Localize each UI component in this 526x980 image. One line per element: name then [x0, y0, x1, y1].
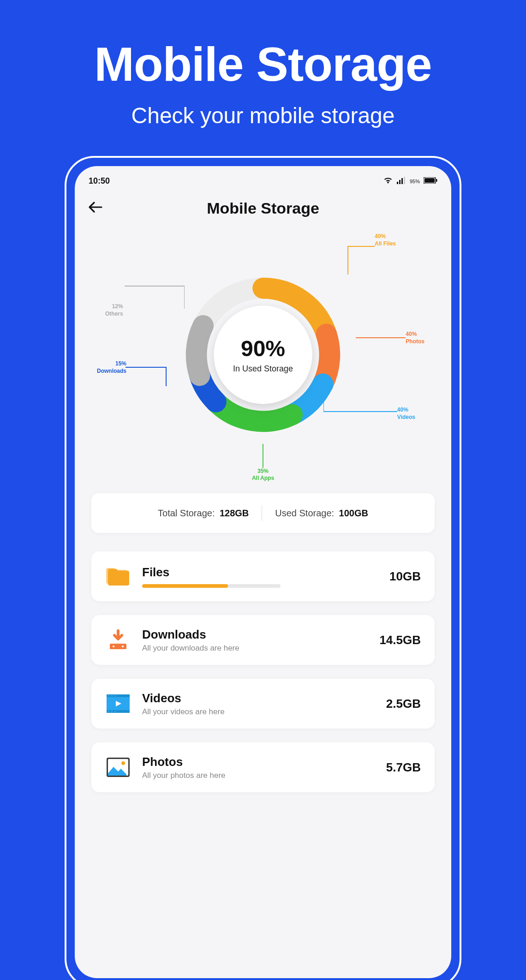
leader-photos: 40%Photos — [406, 331, 424, 345]
leader-downloads: 15%Downloads — [97, 360, 126, 375]
folder-icon — [105, 563, 131, 589]
card-size: 10GB — [389, 569, 421, 584]
stats-divider — [262, 505, 262, 521]
svg-rect-14 — [107, 710, 130, 713]
photo-icon — [105, 754, 131, 780]
card-subtitle: All your photos are here — [142, 771, 379, 780]
back-button[interactable] — [88, 200, 103, 216]
signal-icon — [397, 177, 406, 185]
files-progress — [142, 584, 281, 588]
wifi-icon — [383, 176, 393, 186]
card-size: 14.5GB — [379, 633, 421, 647]
status-bar: 10:50 95% — [75, 166, 451, 191]
card-videos[interactable]: Videos All your videos are here 2.5GB — [91, 679, 435, 729]
category-list: Files 10GB Downloads All your downloads … — [75, 533, 451, 792]
svg-rect-2 — [401, 178, 403, 184]
battery-percent: 95% — [410, 179, 420, 184]
svg-rect-15 — [108, 695, 109, 697]
svg-rect-5 — [424, 178, 435, 183]
leader-others: 12%Others — [105, 303, 123, 317]
video-icon — [105, 691, 131, 717]
svg-rect-13 — [107, 694, 130, 697]
svg-point-10 — [113, 645, 114, 647]
leader-videos: 40%Videos — [397, 406, 415, 421]
card-subtitle: All your downloads are here — [142, 644, 372, 653]
svg-rect-3 — [404, 177, 405, 184]
svg-rect-9 — [110, 644, 126, 649]
card-title: Files — [142, 565, 382, 580]
card-title: Photos — [142, 755, 379, 769]
svg-rect-19 — [111, 711, 113, 712]
hero-banner: Mobile Storage Check your mobile storage — [0, 0, 526, 156]
battery-icon — [424, 177, 437, 185]
used-storage-label: Used Storage: — [275, 508, 334, 518]
svg-rect-0 — [397, 182, 398, 184]
card-subtitle: All your videos are here — [142, 707, 379, 717]
status-time: 10:50 — [89, 176, 110, 186]
hero-subtitle: Check your mobile storage — [18, 103, 508, 128]
card-downloads[interactable]: Downloads All your downloads are here 14… — [91, 615, 435, 665]
svg-point-11 — [122, 645, 124, 647]
used-storage-value: 100GB — [339, 508, 368, 518]
card-size: 5.7GB — [386, 760, 421, 775]
donut-percent: 90% — [233, 336, 293, 361]
download-icon — [105, 627, 131, 653]
card-files[interactable]: Files 10GB — [91, 551, 435, 601]
donut-caption: In Used Storage — [233, 364, 293, 374]
card-photos[interactable]: Photos All your photos are here 5.7GB — [91, 742, 435, 792]
card-size: 2.5GB — [386, 697, 421, 711]
svg-rect-17 — [114, 695, 116, 697]
total-storage-label: Total Storage: — [158, 508, 215, 518]
card-title: Videos — [142, 691, 379, 705]
total-storage-value: 128GB — [220, 508, 249, 518]
svg-rect-6 — [436, 179, 437, 182]
svg-point-23 — [121, 761, 125, 765]
leader-files: 40%All Files — [375, 233, 396, 247]
svg-rect-18 — [108, 711, 109, 712]
screen-title: Mobile Storage — [75, 199, 451, 217]
leader-apps: 35%All Apps — [252, 468, 274, 482]
card-title: Downloads — [142, 627, 372, 642]
storage-stats-bar: Total Storage: 128GB Used Storage: 100GB — [91, 493, 435, 533]
phone-mockup: 10:50 95% Mobil — [65, 156, 461, 980]
hero-title: Mobile Storage — [18, 37, 508, 92]
svg-rect-20 — [114, 711, 116, 712]
svg-rect-1 — [399, 180, 400, 184]
storage-donut-chart: 90% In Used Storage 40%All Files 40%Phot… — [75, 226, 451, 484]
svg-rect-16 — [111, 695, 113, 697]
screen-header: Mobile Storage — [75, 191, 451, 221]
